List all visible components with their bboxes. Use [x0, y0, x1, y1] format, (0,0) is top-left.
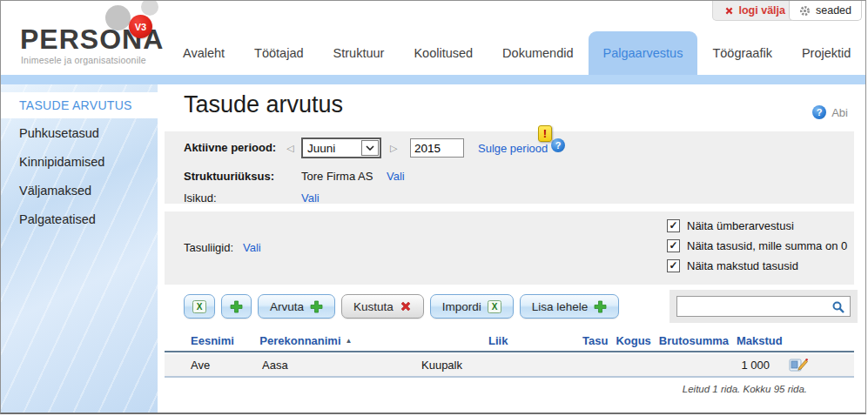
add-to-sheet-button[interactable]: Lisa lehele: [520, 294, 620, 319]
plus-icon: [594, 300, 607, 313]
tab-aruanded[interactable]: Aruanded: [865, 31, 866, 75]
edit-row-button[interactable]: [789, 358, 808, 372]
col-kogus[interactable]: Kogus: [616, 334, 650, 347]
excel-icon: X: [488, 300, 501, 313]
tab-toograafik[interactable]: Töögraafik: [697, 31, 787, 75]
filter-show-paid[interactable]: ✓ Näita makstud tasusid: [667, 259, 847, 272]
calculate-label: Arvuta: [270, 300, 304, 313]
tab-dokumendid[interactable]: Dokumendid: [488, 31, 588, 75]
filter-label: Näita makstud tasusid: [687, 259, 798, 272]
table-header: Eesnimi Perekonnanimi ▲ Liik Tasu Kogus …: [165, 330, 854, 352]
close-period-link[interactable]: Sulge periood: [478, 142, 548, 155]
filter-label: Näita tasusid, mille summa on 0: [687, 239, 847, 252]
plus-icon: [230, 300, 243, 313]
checkbox-checked-icon[interactable]: ✓: [667, 239, 680, 252]
main-content: Tasude arvutus ? Abi Aktiivne periood: ◁…: [158, 84, 865, 413]
tab-tootajad[interactable]: Töötajad: [239, 31, 318, 75]
col-eesnimi[interactable]: Eesnimi: [191, 334, 259, 347]
add-to-sheet-label: Lisa lehele: [532, 300, 589, 313]
table-row[interactable]: Ave Aasa Kuupalk 1 000: [165, 354, 854, 378]
checkbox-checked-icon[interactable]: ✓: [667, 219, 680, 232]
cell-eesnimi: Ave: [191, 359, 262, 372]
persons-select-link[interactable]: Vali: [301, 191, 320, 205]
filters-panel: Tasuliigid: Vali ✓ Näita ümberarvestusi …: [165, 211, 854, 285]
settings-label: seaded: [816, 4, 851, 17]
col-brutosumma[interactable]: Brutosumma: [659, 334, 729, 347]
sidebar-item-palgateatised[interactable]: Palgateatised: [1, 205, 158, 233]
col-liik[interactable]: Liik: [414, 334, 582, 347]
add-button[interactable]: [221, 294, 252, 319]
app-window: logi välja seaded PERSONA V3 Inimesele j…: [0, 0, 866, 414]
svg-text:X: X: [197, 302, 203, 312]
structure-label: Struktuuriüksus:: [184, 170, 274, 183]
delete-label: Kustuta: [353, 300, 394, 313]
structure-value: Tore Firma AS: [301, 170, 373, 183]
filter-label: Näita ümberarvestusi: [687, 219, 794, 232]
cell-perekonnanimi: Aasa: [262, 359, 421, 372]
cell-brutosumma: 1 000: [595, 359, 780, 372]
import-label: Impordi: [442, 300, 481, 313]
tab-avaleht[interactable]: Avaleht: [168, 31, 239, 75]
search-icon[interactable]: [831, 300, 845, 318]
structure-select-link[interactable]: Vali: [387, 170, 405, 183]
sidebar-item-puhkusetasud[interactable]: Puhkusetasud: [1, 118, 158, 147]
month-select[interactable]: Juuni: [301, 138, 381, 158]
col-group-amounts: Tasu Kogus Brutosumma Makstud: [582, 334, 783, 347]
col-tasu[interactable]: Tasu: [582, 334, 608, 347]
main-nav: Avaleht Töötajad Struktuur Koolitused Do…: [168, 31, 866, 75]
active-period-label: Aktiivne periood:: [184, 141, 276, 154]
sidebar-item-kinnipidamised[interactable]: Kinnipidamised: [1, 147, 158, 176]
header-band: [1, 75, 865, 84]
month-select-value: Juuni: [303, 142, 361, 155]
checkbox-checked-icon[interactable]: ✓: [667, 259, 680, 272]
col-perekonnanimi[interactable]: Perekonnanimi ▲: [259, 334, 414, 347]
import-button[interactable]: Impordi X: [430, 294, 514, 319]
red-x-icon: [400, 300, 412, 312]
next-period-icon[interactable]: ▷: [390, 143, 397, 154]
export-excel-button[interactable]: X: [184, 294, 215, 319]
table-footer-summary: Leitud 1 rida. Kokku 95 rida.: [683, 384, 807, 394]
page-title: Tasude arvutus: [184, 91, 343, 118]
warning-icon: !: [538, 125, 552, 142]
tab-palgaarvestus[interactable]: Palgaarvestus: [589, 31, 698, 75]
sort-asc-icon: ▲: [346, 337, 353, 345]
prev-period-icon[interactable]: ◁: [286, 143, 293, 154]
search-box: [676, 296, 851, 317]
search-input[interactable]: [677, 297, 850, 316]
filter-show-zero-sum[interactable]: ✓ Näita tasusid, mille summa on 0: [667, 239, 847, 252]
sidebar: TASUDE ARVUTUS Puhkusetasud Kinnipidamis…: [1, 84, 158, 413]
filter-checkboxes: ✓ Näita ümberarvestusi ✓ Näita tasusid, …: [667, 219, 847, 272]
help-label: Abi: [831, 106, 848, 119]
paytypes-label: Tasuliigid:: [184, 241, 233, 254]
sidebar-item-tasude-arvutus[interactable]: TASUDE ARVUTUS: [1, 92, 158, 118]
logout-x-icon: [724, 6, 734, 16]
paytypes-select-link[interactable]: Vali: [243, 241, 261, 254]
col-makstud[interactable]: Makstud: [737, 334, 783, 347]
excel-icon: X: [192, 300, 206, 313]
search-area: [670, 290, 858, 323]
year-input[interactable]: [410, 138, 464, 158]
logout-button[interactable]: logi välja: [712, 1, 798, 21]
gear-icon: [799, 5, 811, 17]
tab-struktuur[interactable]: Struktuur: [319, 31, 400, 75]
help-question-icon: ?: [812, 105, 826, 119]
tab-projektid[interactable]: Projektid: [787, 31, 865, 75]
toolbar: X Arvuta Kustuta Impordi: [184, 294, 619, 319]
cell-liik: Kuupalk: [421, 359, 595, 372]
filter-show-recalculations[interactable]: ✓ Näita ümberarvestusi: [667, 219, 847, 232]
logo-decor-circle-small: [141, 0, 158, 16]
sidebar-item-valjamaksed[interactable]: Väljamaksed: [1, 176, 158, 205]
cell-actions: [780, 358, 854, 372]
svg-text:X: X: [491, 302, 497, 312]
version-badge: V3: [129, 15, 152, 38]
logout-label: logi välja: [739, 4, 786, 17]
settings-button[interactable]: seaded: [789, 1, 862, 21]
delete-button[interactable]: Kustuta: [341, 294, 424, 319]
help-link[interactable]: ? Abi: [812, 105, 848, 119]
plus-icon: [310, 300, 323, 313]
period-help-icon[interactable]: ?: [551, 138, 565, 152]
tab-koolitused[interactable]: Koolitused: [399, 31, 488, 75]
brand-tagline: Inimesele ja organisatsioonile: [21, 55, 146, 65]
calculate-button[interactable]: Arvuta: [258, 294, 335, 319]
persons-label: Isikud:: [184, 191, 217, 205]
